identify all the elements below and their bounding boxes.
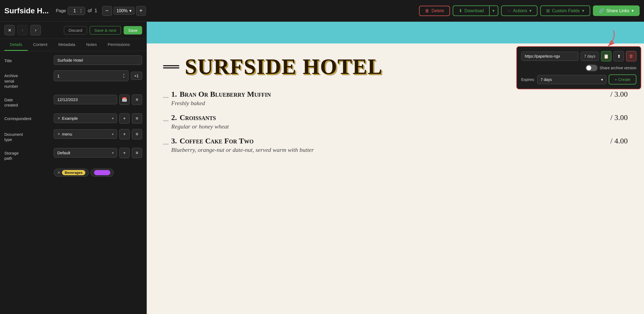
tag-beverages-pill: ✕ Beverages bbox=[54, 169, 89, 177]
main-layout: ✕ ‹ › Discard Save & next Save Details C… bbox=[0, 22, 644, 314]
tab-metadata[interactable]: Metadata bbox=[53, 39, 81, 51]
date-input[interactable] bbox=[54, 95, 117, 104]
archive-spinner[interactable]: ▲ ▼ bbox=[123, 73, 125, 79]
doctype-add-button[interactable]: + bbox=[119, 129, 130, 139]
storage-value: Default bbox=[57, 150, 70, 155]
discard-button[interactable]: Discard bbox=[64, 26, 87, 34]
left-panel: ✕ ‹ › Discard Save & next Save Details C… bbox=[0, 22, 147, 314]
delete-button[interactable]: 🗑 Delete bbox=[419, 6, 450, 16]
doctype-filter-button[interactable]: ≡ bbox=[132, 129, 142, 139]
download-dropdown-button[interactable]: ▾ bbox=[489, 5, 498, 16]
storage-filter-button[interactable]: ≡ bbox=[132, 148, 142, 158]
doc-line-1 bbox=[163, 65, 179, 66]
share-delete-button[interactable]: 🗑 bbox=[626, 51, 636, 61]
tag-beverages-label: Beverages bbox=[62, 170, 85, 175]
zoom-plus-button[interactable]: + bbox=[136, 6, 146, 16]
doctype-tag: ✕ menu bbox=[57, 132, 72, 136]
share-expires-row: Expires: 7 days ▾ + Create bbox=[521, 74, 636, 84]
trash-icon: 🗑 bbox=[425, 8, 429, 13]
zoom-minus-button[interactable]: − bbox=[102, 6, 112, 16]
download-icon: ⬇ bbox=[459, 8, 462, 13]
menu-item-1-underline: __ bbox=[163, 92, 168, 98]
page-spinner[interactable]: ▲ ▼ bbox=[80, 8, 82, 14]
page-input-wrap: ▲ ▼ bbox=[68, 7, 85, 15]
app-title: Surfside H... bbox=[4, 7, 49, 15]
tab-permissions[interactable]: Permissions bbox=[102, 39, 135, 51]
menu-item-2-desc: Regular or honey wheat bbox=[171, 123, 610, 130]
title-label: Title bbox=[4, 55, 51, 64]
doctype-clear-icon[interactable]: ✕ bbox=[57, 132, 60, 136]
create-link-button[interactable]: + Create bbox=[609, 74, 636, 84]
custom-fields-button[interactable]: ⊞ Custom Fields ▾ bbox=[540, 5, 590, 16]
menu-item-1-num: 1. bbox=[171, 90, 177, 99]
share-archive-toggle[interactable] bbox=[586, 65, 598, 71]
tags-row: ✕ Beverages bbox=[4, 167, 142, 179]
menu-item-2-underline: __ bbox=[163, 115, 168, 121]
archive-row: Archiveserialnumber 1 ▲ ▼ +1 bbox=[4, 70, 142, 89]
title-row: Title bbox=[4, 55, 142, 65]
correspondent-value: Example bbox=[62, 116, 78, 121]
archive-increment-button[interactable]: +1 bbox=[131, 72, 142, 80]
doctype-label: Documenttype bbox=[4, 129, 51, 142]
custom-fields-icon: ⊞ bbox=[546, 8, 550, 13]
correspondent-clear-icon[interactable]: ✕ bbox=[57, 116, 60, 120]
tab-content[interactable]: Content bbox=[28, 39, 53, 51]
menu-item-1-price: / 3.00 bbox=[610, 90, 628, 99]
menu-item-1-desc: Freshly baked bbox=[171, 100, 610, 107]
tab-details[interactable]: Details bbox=[4, 39, 28, 51]
storage-add-button[interactable]: + bbox=[119, 148, 130, 158]
correspondent-add-button[interactable]: + bbox=[119, 113, 130, 124]
calendar-icon-button[interactable]: 📅 bbox=[119, 95, 130, 105]
save-button[interactable]: Save bbox=[124, 26, 142, 34]
zoom-value: 100% bbox=[117, 8, 128, 13]
tag-beverages-remove-icon[interactable]: ✕ bbox=[57, 171, 60, 175]
doc-lines bbox=[163, 65, 179, 68]
share-upload-button[interactable]: ⬆ bbox=[614, 51, 624, 61]
share-links-button[interactable]: 🔗 Share Links ▾ bbox=[593, 5, 640, 16]
actions-button[interactable]: ··· Actions ▾ bbox=[501, 5, 537, 16]
navigate-back-button[interactable]: ‹ bbox=[17, 25, 28, 35]
share-links-label: Share Links bbox=[607, 8, 630, 13]
navigate-forward-button[interactable]: › bbox=[30, 25, 41, 35]
share-copy-button[interactable]: 📋 bbox=[601, 51, 611, 61]
storage-row: Storagepath Default ▾ + ≡ bbox=[4, 148, 142, 161]
download-button[interactable]: ⬇ Download bbox=[453, 5, 490, 16]
zoom-select[interactable]: 100% ▾ bbox=[114, 7, 135, 15]
storage-select[interactable]: Default ▾ bbox=[54, 148, 117, 158]
actions-dots-icon: ··· bbox=[507, 8, 511, 13]
menu-item-1-title: Bran or Blueberry Muffin bbox=[180, 90, 271, 99]
zoom-chevron-icon: ▾ bbox=[129, 8, 132, 13]
form-area: Title Archiveserialnumber 1 ▲ ▼ +1 bbox=[0, 51, 146, 314]
page-control: Page ▲ ▼ of 1 bbox=[56, 7, 97, 15]
menu-item-3-num: 3. bbox=[171, 137, 177, 145]
doctype-value: menu bbox=[62, 132, 72, 136]
correspondent-select[interactable]: ✕ Example ▾ bbox=[54, 114, 117, 123]
save-next-button[interactable]: Save & next bbox=[90, 26, 121, 34]
top-toolbar: Surfside H... Page ▲ ▼ of 1 − 100% ▾ + 🗑… bbox=[0, 0, 644, 22]
menu-item-1-name: __ 1. Bran or Blueberry Muffin bbox=[163, 90, 610, 99]
close-button[interactable]: ✕ bbox=[4, 25, 15, 35]
expires-select[interactable]: 7 days ▾ bbox=[537, 75, 607, 84]
share-trash-icon: 🗑 bbox=[629, 54, 633, 59]
storage-label: Storagepath bbox=[4, 148, 51, 161]
doc-header-bar bbox=[147, 22, 644, 43]
upload-icon: ⬆ bbox=[617, 54, 621, 59]
right-panel: SURFSIDE HOTEL __ 1. Bran or Blueberry M… bbox=[147, 22, 644, 314]
date-input-wrap: 📅 ≡ bbox=[54, 95, 142, 105]
delete-label: Delete bbox=[432, 8, 444, 13]
download-button-group: ⬇ Download ▾ bbox=[453, 5, 498, 16]
clipboard-icon: 📋 bbox=[604, 54, 609, 59]
title-input[interactable] bbox=[54, 55, 142, 65]
doctype-select[interactable]: ✕ menu ▾ bbox=[54, 129, 117, 139]
tags-label bbox=[4, 167, 51, 169]
correspondent-filter-button[interactable]: ≡ bbox=[132, 113, 142, 124]
date-clear-button[interactable]: ≡ bbox=[132, 95, 142, 105]
menu-item-2-name: __ 2. Croissants bbox=[163, 113, 610, 122]
tab-notes[interactable]: Notes bbox=[81, 39, 102, 51]
expires-value: 7 days bbox=[541, 77, 552, 82]
menu-item-2-num: 2. bbox=[171, 113, 177, 122]
archive-number-input[interactable]: 1 ▲ ▼ bbox=[54, 70, 129, 81]
share-url-input[interactable] bbox=[521, 52, 579, 61]
page-input[interactable] bbox=[71, 8, 79, 13]
menu-item-2-left: __ 2. Croissants Regular or honey wheat bbox=[163, 113, 610, 130]
